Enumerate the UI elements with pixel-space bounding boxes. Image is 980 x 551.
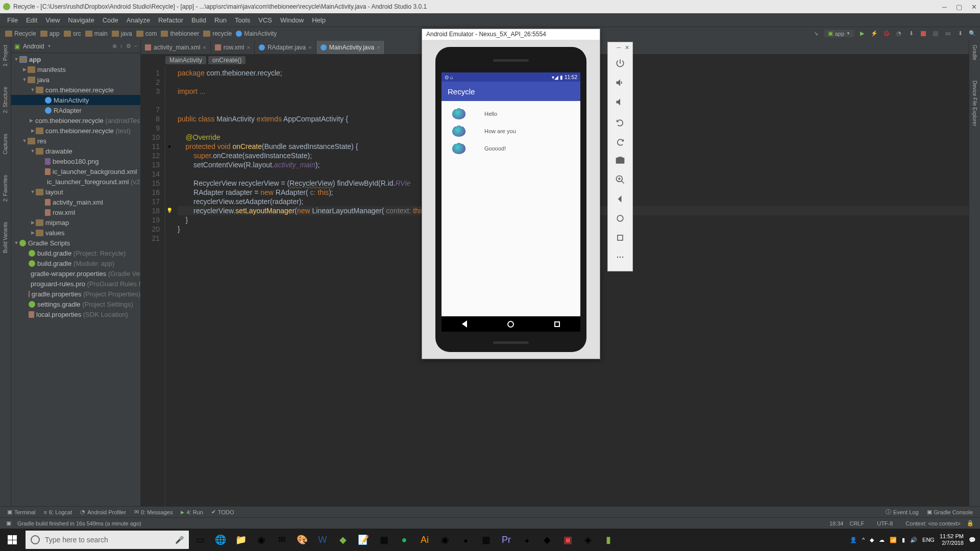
tree-lp[interactable]: local.properties bbox=[36, 311, 81, 318]
battery-icon[interactable]: ▮ bbox=[902, 537, 905, 543]
status-encoding[interactable]: UTF-8 bbox=[874, 520, 896, 527]
hide-icon[interactable]: − bbox=[134, 43, 137, 49]
tool-run[interactable]: ▶4: Run bbox=[177, 509, 207, 515]
tree-mainactivity[interactable]: MainActivity bbox=[54, 96, 89, 104]
crumb-method[interactable]: onCreate() bbox=[208, 56, 246, 64]
menu-run[interactable]: Run bbox=[210, 16, 231, 24]
app-icon[interactable]: ⬥ bbox=[455, 529, 476, 551]
menu-refactor[interactable]: Refactor bbox=[154, 16, 187, 24]
paint-icon[interactable]: 🎨 bbox=[292, 529, 312, 551]
tab-mainactivity[interactable]: MainActivity.java× bbox=[316, 41, 385, 54]
dropbox-icon[interactable]: ◆ bbox=[870, 537, 874, 543]
tree-gradle-scripts[interactable]: Gradle Scripts bbox=[28, 239, 70, 247]
avd-manager-icon[interactable]: ▭ bbox=[943, 29, 952, 38]
notifications-icon[interactable]: 💬 bbox=[969, 537, 976, 543]
tree-gp[interactable]: gradle.properties bbox=[32, 290, 82, 298]
status-position[interactable]: 18:34 bbox=[826, 520, 847, 527]
crumb-6[interactable]: thebioneer bbox=[170, 30, 199, 37]
zoom-icon[interactable] bbox=[608, 170, 632, 189]
app-icon[interactable]: ▣ bbox=[557, 529, 578, 551]
premiere-icon[interactable]: Pr bbox=[496, 529, 517, 551]
tool-profiler[interactable]: ◔Android Profiler bbox=[76, 509, 130, 515]
tab-row[interactable]: row.xml× bbox=[211, 41, 255, 54]
taskview-icon[interactable]: ▭ bbox=[190, 529, 210, 551]
emu-close[interactable]: ✕ bbox=[625, 44, 629, 52]
tool-captures[interactable]: Captures bbox=[3, 134, 8, 155]
stop-button[interactable] bbox=[919, 29, 928, 38]
tree-values[interactable]: values bbox=[45, 229, 65, 237]
volume-down-icon[interactable] bbox=[608, 92, 632, 112]
clock[interactable]: 11:52 PM 2/7/2018 bbox=[940, 533, 964, 546]
crumb-7[interactable]: recycle bbox=[212, 30, 232, 37]
tree-layout[interactable]: layout bbox=[45, 188, 63, 196]
chrome-icon[interactable]: ◉ bbox=[251, 529, 272, 551]
crumb-3[interactable]: main bbox=[94, 30, 108, 37]
volume-up-icon[interactable] bbox=[608, 73, 632, 92]
tree-java[interactable]: java bbox=[37, 76, 50, 84]
illustrator-icon[interactable]: Ai bbox=[414, 529, 435, 551]
people-icon[interactable]: 👤 bbox=[850, 537, 857, 543]
onedrive-icon[interactable]: ☁ bbox=[879, 537, 885, 543]
close-icon[interactable]: × bbox=[308, 44, 311, 51]
tree-pkg2[interactable]: com.thebioneer.recycle bbox=[35, 117, 104, 124]
tree-icbg[interactable]: ic_launcher_background.xml bbox=[53, 168, 137, 176]
crumb-1[interactable]: app bbox=[50, 30, 60, 37]
app-icon[interactable]: ⬥ bbox=[517, 529, 537, 551]
menu-build[interactable]: Build bbox=[187, 16, 210, 24]
tree-app[interactable]: app bbox=[29, 56, 41, 63]
volume-icon[interactable]: 🔊 bbox=[910, 537, 917, 543]
crumb-0[interactable]: Recycle bbox=[14, 30, 36, 37]
emulator-window[interactable]: Android Emulator - Nexus_5X_API_26:5554 … bbox=[422, 29, 600, 359]
tree-sg[interactable]: settings.gradle bbox=[37, 300, 81, 308]
menu-edit[interactable]: Edit bbox=[22, 16, 41, 24]
mail-icon[interactable]: ✉ bbox=[272, 529, 292, 551]
android-studio-icon[interactable]: ◆ bbox=[333, 529, 353, 551]
search-box[interactable]: Type here to search 🎤 bbox=[26, 531, 189, 549]
language-indicator[interactable]: ENG bbox=[922, 537, 935, 543]
overview-icon[interactable] bbox=[608, 228, 632, 247]
tool-variants[interactable]: Build Variants bbox=[3, 222, 8, 253]
tree-lay2[interactable]: row.xml bbox=[53, 209, 75, 216]
menu-analyze[interactable]: Analyze bbox=[122, 16, 154, 24]
tool-project[interactable]: 1: Project bbox=[3, 45, 8, 66]
tool-logcat[interactable]: ≡6: Logcat bbox=[40, 509, 77, 515]
tree-icfg[interactable]: ic_launcher_foreground.xml bbox=[47, 178, 129, 186]
crumb-5[interactable]: com bbox=[145, 30, 157, 37]
close-icon[interactable]: × bbox=[247, 44, 250, 51]
steam-icon[interactable]: ◉ bbox=[435, 529, 455, 551]
camera-icon[interactable] bbox=[608, 151, 632, 170]
tree-manifests[interactable]: manifests bbox=[37, 66, 66, 73]
emu-minimize[interactable]: ─ bbox=[617, 44, 621, 52]
tree-pkg1[interactable]: com.thebioneer.recycle bbox=[45, 86, 114, 94]
tree-drawable[interactable]: drawable bbox=[45, 147, 72, 155]
attach-icon[interactable]: ⬇ bbox=[906, 29, 916, 38]
back-button[interactable] bbox=[462, 320, 467, 328]
start-button[interactable] bbox=[0, 529, 24, 551]
unity-icon[interactable]: ◈ bbox=[578, 529, 598, 551]
tool-device-explorer[interactable]: Device File Explorer bbox=[972, 81, 977, 126]
menu-help[interactable]: Help bbox=[308, 16, 330, 24]
status-lock-icon[interactable]: 🔒 bbox=[964, 520, 977, 527]
menu-vcs[interactable]: VCS bbox=[254, 16, 276, 24]
search-icon[interactable]: 🔍 bbox=[968, 29, 977, 38]
back-icon[interactable] bbox=[608, 189, 632, 209]
project-view-selector[interactable]: Android bbox=[23, 43, 44, 50]
tree-res[interactable]: res bbox=[37, 137, 46, 145]
tab-radapter[interactable]: RAdapter.java× bbox=[255, 41, 316, 54]
spotify-icon[interactable]: ● bbox=[394, 529, 414, 551]
calculator-icon[interactable]: ▦ bbox=[476, 529, 496, 551]
sync-icon[interactable]: ↘ bbox=[812, 29, 821, 38]
tool-favorites[interactable]: 2: Favorites bbox=[3, 175, 8, 202]
status-lineend[interactable]: CRLF bbox=[846, 520, 867, 527]
tab-activity-main[interactable]: activity_main.xml× bbox=[141, 41, 211, 54]
project-tree[interactable]: ▼app ▶manifests ▼java ▼com.thebioneer.re… bbox=[11, 53, 140, 506]
crumb-class[interactable]: MainActivity bbox=[165, 56, 206, 64]
tool-gradleconsole[interactable]: ▣Gradle Console bbox=[923, 509, 977, 515]
more-icon[interactable] bbox=[608, 247, 632, 267]
maximize-button[interactable]: ▢ bbox=[956, 3, 962, 11]
wifi-icon[interactable]: 📶 bbox=[890, 537, 897, 543]
menu-view[interactable]: View bbox=[41, 16, 64, 24]
apply-changes-icon[interactable]: ⚡ bbox=[870, 29, 879, 38]
tree-pkg3[interactable]: com.thebioneer.recycle bbox=[45, 127, 114, 135]
edge-icon[interactable]: 🌐 bbox=[210, 529, 231, 551]
